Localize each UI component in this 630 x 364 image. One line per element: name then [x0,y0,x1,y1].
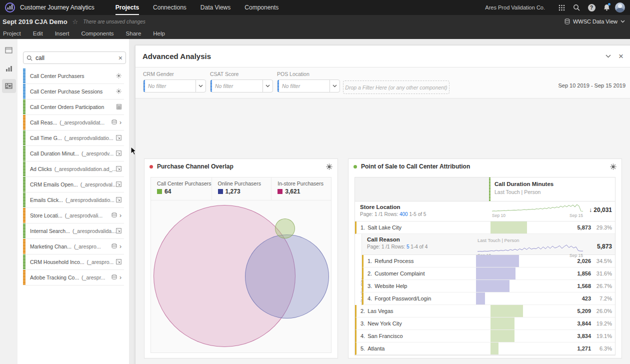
row-label[interactable]: Salt Lake City [368,224,402,230]
row-label[interactable]: San Francisco [368,333,402,339]
table-row[interactable]: 3.Website Help 1,568 26.7% [362,280,615,292]
date-range[interactable]: Sep 10 2019 - Sep 15 2019 [558,82,626,88]
favorite-star-icon[interactable]: ☆ [72,18,78,26]
table-row[interactable]: 2.Las Vegas 5,209 26.0% [355,305,615,318]
component-list-item[interactable]: Call Center Purchasers › [23,68,124,84]
clear-search-icon[interactable]: × [118,54,122,62]
legend-item[interactable]: Call Center Purchasers 64 [151,178,212,200]
visualizations-rail-icon[interactable] [2,61,16,75]
component-list-item[interactable]: Emails Click... (_aresprodvalidatio... › [23,192,124,208]
filter-dropdown[interactable]: No filter [277,80,340,92]
chevron-right-icon[interactable]: › [120,119,122,126]
app-window: Customer Journey Analytics Projects Conn… [0,0,630,364]
panels-rail-icon[interactable] [2,43,16,57]
component-type-bar [23,130,26,146]
data-view-selector[interactable]: WWSC Data View [564,18,625,24]
menu-edit[interactable]: Edit [27,30,49,36]
menu-insert[interactable]: Insert [49,30,76,36]
menu-components[interactable]: Components [75,30,120,36]
component-list-item[interactable]: Call Time G... (_aresprodvalidatio... › [23,130,124,146]
box-arrow-icon [116,150,122,157]
component-type-bar [23,208,26,223]
component-label: Call Reas... [30,120,57,126]
nav-tab-projects[interactable]: Projects [108,0,146,15]
dimension-name[interactable]: Store Location [360,204,489,210]
row-label[interactable]: Refund Process [374,258,414,264]
component-type-bar [23,177,26,192]
notifications-bell-icon[interactable] [599,0,614,15]
help-icon[interactable]: ? [584,0,599,15]
chevron-right-icon[interactable]: › [120,274,122,281]
table-row[interactable]: 4.Forgot Password/Login 423 7.2% [362,292,615,305]
venn-circle-call-center[interactable] [275,218,295,238]
database-icon [564,18,570,24]
collapse-panel-icon[interactable] [602,50,614,63]
row-label[interactable]: Atlanta [368,346,384,352]
search-icon[interactable] [569,0,584,15]
component-list-item[interactable]: Call Reas... (_aresprodvalidat... › [23,115,124,130]
chevron-down-icon[interactable] [330,80,340,92]
row-label[interactable]: Customer Complaint [374,270,424,276]
rows-count-link[interactable]: 400 [400,212,408,217]
pagination-info: Page: 1 /1 Rows: 5 1-4 of 4 [367,244,474,250]
chevron-right-icon[interactable]: › [120,243,122,250]
attribution-table: Call Duration Minutes Last Touch | Perso… [354,177,616,356]
table-row[interactable]: 5.Atlanta 1,271 6.3% [355,342,615,355]
component-list-item[interactable]: Ad Clicks (_aresprodvalidation.ad_... › [23,162,124,177]
filter-dropdown[interactable]: No filter [210,80,273,92]
filter-crm-gender: CRM Gender No filter [143,71,206,92]
table-row[interactable]: 3.New York City 3,844 19.2% [355,318,615,330]
org-name[interactable]: Ares Prod Validation Co. [485,4,545,10]
row-rank: 1. [368,258,372,264]
menu-project[interactable]: Project [0,30,27,36]
row-percent: 26.7% [591,283,612,289]
table-row[interactable]: 4.San Francisco 3,834 19.1% [355,330,615,342]
table-row[interactable]: 2.Customer Complaint 1,856 31.6% [362,268,615,280]
chevron-down-icon[interactable] [196,80,206,92]
component-search-box[interactable]: × [23,52,126,64]
row-value: 423 [567,296,591,302]
row-percent: 26.0% [591,308,612,314]
close-panel-icon[interactable]: × [614,50,628,63]
row-label[interactable]: Website Help [374,283,407,289]
viz-settings-gear-icon[interactable] [610,164,616,170]
chevron-down-icon[interactable] [262,80,272,92]
app-switcher-icon[interactable] [554,0,569,15]
box-arrow-icon [116,259,122,266]
component-list-item[interactable]: Adobe Tracking Co... (_arespr... › [23,270,124,286]
venn-circle-online[interactable] [245,234,329,318]
component-list-item[interactable]: Marketing Chan... (_arespro... › [23,239,124,254]
menu-help[interactable]: Help [147,30,171,36]
metric-name[interactable]: Call Duration Minutes [494,181,554,187]
row-label[interactable]: Forgot Password/Login [374,296,431,302]
component-list-item[interactable]: Call Center Purchase Sessions › [23,84,124,100]
table-row[interactable]: 1.Refund Process 2,026 34.5% [362,255,615,268]
legend-item[interactable]: Online Purchasers 1,273 [212,178,272,200]
nav-tab-components[interactable]: Components [238,0,286,15]
dimension-name[interactable]: Call Reason [367,236,474,242]
component-search-input[interactable] [36,54,116,62]
component-list-item[interactable]: CRM Emails Open... (_aresprodval... › [23,177,124,192]
table-row[interactable]: 1.Salt Lake City 5,873 29.3% [355,222,615,234]
rows-count-link[interactable]: 5 [406,244,410,250]
component-list-item[interactable]: Store Locati... (_aresprodvali... › [23,208,124,224]
nav-tab-connections[interactable]: Connections [146,0,194,15]
left-rail [0,39,18,364]
viz-settings-gear-icon[interactable] [326,164,332,170]
filter-dropdown[interactable]: No filter [143,80,206,92]
components-rail-icon[interactable] [2,79,16,93]
user-avatar[interactable] [615,2,625,12]
row-percent: 6.3% [591,346,612,352]
component-list-item[interactable]: Call Center Orders Participation › [23,100,124,115]
viz-header: Purchase Channel Overlap [144,159,338,174]
chevron-right-icon[interactable]: › [120,212,122,219]
row-label[interactable]: Las Vegas [368,308,393,314]
nav-tab-data-views[interactable]: Data Views [194,0,238,15]
component-list-item[interactable]: Call Duration Minut... (_aresprodv... › [23,146,124,162]
component-list-item[interactable]: CRM Household Inco... (_arespro... › [23,254,124,270]
legend-item[interactable]: In-store Purchasers 3,621 [272,178,331,200]
filter-drop-zone[interactable]: Drop a Filter Here (or any other compone… [343,80,450,94]
row-label[interactable]: New York City [368,320,402,326]
component-list-item[interactable]: Internal Search... (_aresprodvalida... › [23,224,124,239]
menu-share[interactable]: Share [120,30,148,36]
